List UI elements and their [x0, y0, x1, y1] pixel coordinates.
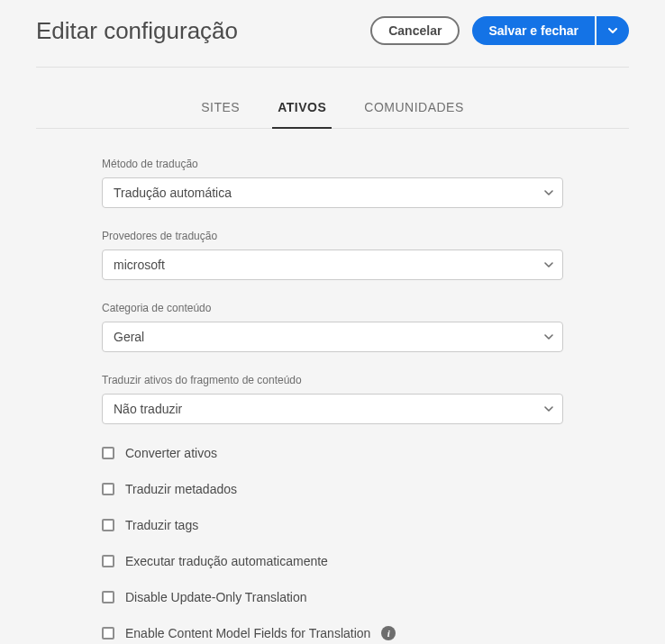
select-fragment[interactable]: Não traduzir: [102, 394, 563, 424]
checkbox-list: Converter ativos Traduzir metadados Trad…: [102, 446, 563, 640]
select-providers[interactable]: microsoft: [102, 249, 563, 280]
select-fragment-value: Não traduzir: [114, 402, 182, 416]
checkbox-label: Converter ativos: [125, 446, 217, 460]
info-icon[interactable]: i: [381, 626, 396, 640]
checkbox-row-disable-update-only[interactable]: Disable Update-Only Translation: [102, 590, 563, 604]
checkbox-row-translate-metadata[interactable]: Traduzir metadados: [102, 482, 563, 496]
save-button-group: Salvar e fechar: [472, 16, 629, 45]
select-providers-value: microsoft: [114, 258, 165, 272]
field-method: Método de tradução Tradução automática: [102, 158, 563, 208]
checkbox-label: Traduzir tags: [125, 518, 198, 532]
form-area: Método de tradução Tradução automática P…: [102, 129, 563, 640]
tab-sites[interactable]: SITES: [196, 89, 245, 129]
checkbox[interactable]: [102, 555, 114, 567]
select-method[interactable]: Tradução automática: [102, 177, 563, 208]
checkbox[interactable]: [102, 591, 114, 603]
select-method-value: Tradução automática: [114, 186, 232, 200]
select-category-value: Geral: [114, 330, 144, 344]
page-title: Editar configuração: [36, 17, 238, 45]
chevron-down-icon: [544, 190, 553, 195]
field-fragment: Traduzir ativos do fragmento de conteúdo…: [102, 374, 563, 424]
field-label-category: Categoria de conteúdo: [102, 302, 563, 314]
save-dropdown-button[interactable]: [597, 16, 629, 45]
checkbox-label: Enable Content Model Fields for Translat…: [125, 626, 370, 640]
field-providers: Provedores de tradução microsoft: [102, 230, 563, 280]
checkbox[interactable]: [102, 519, 114, 531]
checkbox-row-content-model-fields[interactable]: Enable Content Model Fields for Translat…: [102, 626, 563, 640]
tab-ativos[interactable]: ATIVOS: [272, 89, 332, 129]
chevron-down-icon: [544, 262, 553, 268]
checkbox[interactable]: [102, 627, 114, 639]
select-category[interactable]: Geral: [102, 322, 563, 352]
header-actions: Cancelar Salvar e fechar: [370, 16, 629, 45]
checkbox[interactable]: [102, 447, 114, 459]
chevron-down-icon: [544, 406, 553, 412]
tab-comunidades[interactable]: COMUNIDADES: [359, 89, 469, 129]
checkbox-label: Disable Update-Only Translation: [125, 590, 307, 604]
field-label-method: Método de tradução: [102, 158, 563, 170]
save-and-close-button[interactable]: Salvar e fechar: [472, 16, 595, 45]
field-category: Categoria de conteúdo Geral: [102, 302, 563, 352]
cancel-button[interactable]: Cancelar: [370, 16, 460, 45]
checkbox-row-auto-translate[interactable]: Executar tradução automaticamente: [102, 554, 563, 568]
checkbox-label: Executar tradução automaticamente: [125, 554, 328, 568]
chevron-down-icon: [544, 334, 553, 340]
chevron-down-icon: [608, 28, 617, 33]
field-label-providers: Provedores de tradução: [102, 230, 563, 242]
field-label-fragment: Traduzir ativos do fragmento de conteúdo: [102, 374, 563, 386]
checkbox-row-translate-tags[interactable]: Traduzir tags: [102, 518, 563, 532]
checkbox-row-convert-assets[interactable]: Converter ativos: [102, 446, 563, 460]
header: Editar configuração Cancelar Salvar e fe…: [36, 16, 629, 68]
checkbox-label: Traduzir metadados: [125, 482, 237, 496]
checkbox[interactable]: [102, 483, 114, 495]
tabs: SITES ATIVOS COMUNIDADES: [36, 89, 629, 129]
